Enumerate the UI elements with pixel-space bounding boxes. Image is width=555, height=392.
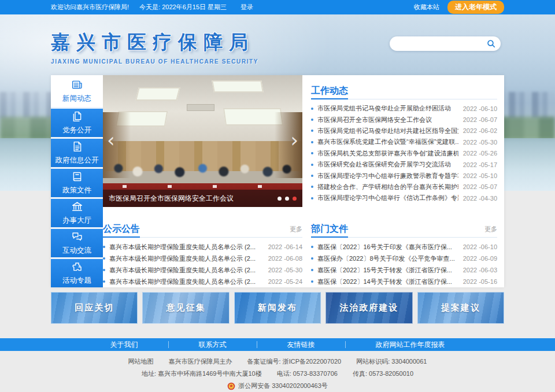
sitemap-link[interactable]: 网站地图 bbox=[128, 356, 154, 368]
news-carousel[interactable]: ‹ › 市医保局召开全市医保网络安全工作会议 bbox=[103, 75, 302, 207]
sidebar-item-label: 活动专题 bbox=[62, 276, 91, 286]
sidebar-item-party-affairs[interactable]: 党务公开 bbox=[51, 109, 103, 137]
topbar-date: 今天是: 2022年6月15日 星期三 bbox=[139, 3, 227, 12]
news-link[interactable]: 嘉医保〔2022〕14号关于转发《浙江省医疗保... bbox=[317, 278, 458, 286]
bullet-icon bbox=[311, 175, 313, 177]
police-record-link[interactable]: 浙公网安备 33040202000463号 bbox=[227, 380, 328, 392]
banner-link-respond-concerns[interactable]: 回应关切 bbox=[51, 292, 138, 324]
news-link[interactable]: 嘉兴市本级长期护理保险重度失能人员名单公示 (2... bbox=[109, 266, 264, 275]
site-subtitle: JIAXING MUNICIPAL BUREAU OF HEALTHCARE S… bbox=[51, 58, 258, 65]
section-announcements: 公示公告 更多 嘉兴市本级长期护理保险重度失能人员名单公示 (2...2022 … bbox=[103, 221, 302, 287]
login-link[interactable]: 登录 bbox=[240, 3, 253, 12]
news-link[interactable]: 市医保局理论学习中心组举行《信访工作条例》专题... bbox=[317, 194, 458, 202]
list-item: 嘉医保〔2022〕16号关于印发《嘉兴市医疗保...2022 -06-10 bbox=[311, 241, 497, 253]
footer-nav-links[interactable]: 友情链接 bbox=[257, 341, 346, 348]
news-date: 2022 -05-16 bbox=[463, 278, 497, 285]
sidebar-item-gov-info[interactable]: 政府信息公开 bbox=[51, 139, 103, 167]
list-item: 嘉兴市本级长期护理保险重度失能人员名单公示 (2...2022 -05-24 bbox=[103, 276, 302, 287]
search-icon bbox=[487, 39, 495, 48]
list-item: 市医保局党组书记马俊华赴结对共建社区指导全国文...2022 -06-02 bbox=[311, 125, 497, 136]
news-link[interactable]: 市医保局理论学习中心组举行廉政警示教育专题学习... bbox=[317, 172, 458, 180]
news-link[interactable]: 嘉兴市医保系统党建工作会议暨“幸福医保”党建联... bbox=[317, 138, 458, 146]
banner-link-rule-of-law[interactable]: 法治政府建设 bbox=[325, 292, 412, 324]
news-link[interactable]: 嘉医保办〔2022〕8号关于印发《公平竞争审查... bbox=[317, 254, 458, 263]
list-item: 嘉医保办〔2022〕8号关于印发《公平竞争审查...2022 -06-09 bbox=[311, 253, 497, 264]
list-item: 市医保局党组书记马俊华赴企开展助企纾困活动2022 -06-10 bbox=[311, 103, 497, 114]
news-date: 2022 -06-08 bbox=[268, 255, 302, 262]
favorite-link[interactable]: 收藏本站 bbox=[414, 3, 439, 12]
news-date: 2022 -04-30 bbox=[463, 195, 497, 202]
footer-nav-about[interactable]: 关于我们 bbox=[80, 341, 169, 348]
address-text: 地址: 嘉兴市中环南路1469号中南大厦10楼 bbox=[142, 368, 262, 380]
elder-mode-button[interactable]: 进入老年模式 bbox=[447, 1, 504, 14]
carousel-dot-active[interactable] bbox=[293, 197, 297, 201]
newspaper-icon bbox=[71, 79, 83, 91]
sidebar-item-news[interactable]: 新闻动态 bbox=[51, 75, 103, 107]
footer-nav: 关于我们 联系方式 友情链接 政府网站工作年度报表 bbox=[0, 338, 555, 351]
news-date: 2022 -05-30 bbox=[463, 139, 497, 146]
bullet-icon bbox=[311, 246, 313, 248]
list-item: 嘉兴市本级长期护理保险重度失能人员名单公示 (2...2022 -06-08 bbox=[103, 253, 302, 264]
carousel-dot[interactable] bbox=[285, 197, 289, 201]
section-work-news: 工作动态 市医保局党组书记马俊华赴企开展助企纾困活动2022 -06-10 市医… bbox=[311, 83, 497, 204]
carousel-next-button[interactable]: › bbox=[290, 130, 298, 150]
news-date: 2022 -05-24 bbox=[268, 278, 302, 285]
icp-text: 备案证编号: 浙ICP备2022007020 bbox=[247, 356, 342, 368]
footer-nav-contact[interactable]: 联系方式 bbox=[169, 341, 257, 348]
sidebar-item-activities[interactable]: 活动专题 bbox=[51, 259, 103, 287]
sidebar-item-label: 政策文件 bbox=[62, 186, 91, 195]
news-date: 2022 -05-10 bbox=[463, 172, 497, 179]
sidebar-item-service-hall[interactable]: 办事大厅 bbox=[51, 199, 103, 227]
footer-nav-annual-report[interactable]: 政府网站工作年度报表 bbox=[346, 341, 475, 348]
news-link[interactable]: 市医保局机关党总支部获评嘉兴市争创“建设清廉机... bbox=[317, 149, 458, 158]
list-item: 市医保研究会赴省医保研究会开展学习交流活动2022 -05-17 bbox=[311, 159, 497, 170]
search-box[interactable] bbox=[390, 36, 501, 51]
sidebar-item-interaction[interactable]: 互动交流 bbox=[51, 229, 103, 257]
search-button[interactable] bbox=[487, 39, 495, 48]
news-link[interactable]: 市医保局党组书记马俊华赴结对共建社区指导全国文... bbox=[317, 127, 458, 135]
news-date: 2022 -06-14 bbox=[268, 243, 302, 250]
more-link[interactable]: 更多 bbox=[484, 225, 497, 234]
bullet-icon bbox=[311, 141, 313, 143]
sidebar-item-policy-files[interactable]: 政策文件 bbox=[51, 169, 103, 197]
news-link[interactable]: 嘉兴市本级长期护理保险重度失能人员名单公示 (2... bbox=[109, 254, 264, 263]
more-link[interactable]: 更多 bbox=[290, 225, 302, 234]
bullet-icon bbox=[311, 280, 313, 283]
list-item: 嘉兴市本级长期护理保险重度失能人员名单公示 (2...2022 -05-30 bbox=[103, 264, 302, 276]
news-link[interactable]: 嘉兴市本级长期护理保险重度失能人员名单公示 (2... bbox=[109, 278, 264, 286]
list-item: 嘉医保〔2022〕14号关于转发《浙江省医疗保...2022 -05-16 bbox=[311, 276, 497, 287]
fax-text: 传真: 0573-82050010 bbox=[353, 368, 413, 380]
news-link[interactable]: 搭建校企合作、产学研相结合的平台嘉兴市长期护理... bbox=[317, 183, 458, 191]
sidebar-item-label: 政府信息公开 bbox=[56, 156, 99, 165]
phone-text: 电话: 0573-83370706 bbox=[277, 368, 338, 380]
carousel-caption[interactable]: 市医保局召开全市医保网络安全工作会议 bbox=[109, 194, 278, 204]
list-item: 嘉兴市医保系统党建工作会议暨“幸福医保”党建联...2022 -05-30 bbox=[311, 136, 497, 147]
news-date: 2022 -06-10 bbox=[463, 243, 497, 250]
list-item: 嘉兴市本级长期护理保险重度失能人员名单公示 (2...2022 -06-14 bbox=[103, 241, 302, 253]
list-item: 搭建校企合作、产学研相结合的平台嘉兴市长期护理...2022 -05-07 bbox=[311, 182, 497, 193]
bullet-icon bbox=[311, 186, 313, 188]
carousel-prev-button[interactable]: ‹ bbox=[107, 130, 115, 150]
news-link[interactable]: 市医保局召开全市医保网络安全工作会议 bbox=[317, 116, 458, 124]
banner-link-proposals[interactable]: 提案建议 bbox=[417, 292, 504, 324]
search-input[interactable] bbox=[397, 40, 487, 48]
carousel-dot[interactable] bbox=[278, 197, 282, 201]
announcements-list: 嘉兴市本级长期护理保险重度失能人员名单公示 (2...2022 -06-14 嘉… bbox=[103, 241, 302, 287]
news-link[interactable]: 市医保局党组书记马俊华赴企开展助企纾困活动 bbox=[317, 104, 458, 113]
news-link[interactable]: 嘉兴市本级长期护理保险重度失能人员名单公示 (2... bbox=[109, 243, 264, 252]
bullet-icon bbox=[311, 269, 313, 271]
work-news-list: 市医保局党组书记马俊华赴企开展助企纾困活动2022 -06-10 市医保局召开全… bbox=[311, 103, 497, 204]
banner-link-news-release[interactable]: 新闻发布 bbox=[234, 292, 321, 324]
quick-link-banners: 回应关切 意见征集 新闻发布 法治政府建设 提案建议 bbox=[51, 292, 504, 324]
bullet-icon bbox=[311, 130, 313, 132]
news-link[interactable]: 嘉医保〔2022〕15号关于转发《浙江省医疗保... bbox=[317, 266, 458, 275]
section-title: 部门文件 bbox=[311, 221, 348, 237]
news-link[interactable]: 嘉医保〔2022〕16号关于印发《嘉兴市医疗保... bbox=[317, 243, 458, 252]
bank-icon bbox=[71, 201, 83, 213]
police-badge-icon bbox=[227, 382, 235, 390]
news-link[interactable]: 市医保研究会赴省医保研究会开展学习交流活动 bbox=[317, 160, 458, 169]
banner-link-opinion-collection[interactable]: 意见征集 bbox=[142, 292, 229, 324]
site-code-text: 网站标识码: 3304000061 bbox=[356, 356, 427, 368]
section-documents: 部门文件 更多 嘉医保〔2022〕16号关于印发《嘉兴市医疗保...2022 -… bbox=[311, 221, 497, 287]
documents-list: 嘉医保〔2022〕16号关于印发《嘉兴市医疗保...2022 -06-10 嘉医… bbox=[311, 241, 497, 287]
